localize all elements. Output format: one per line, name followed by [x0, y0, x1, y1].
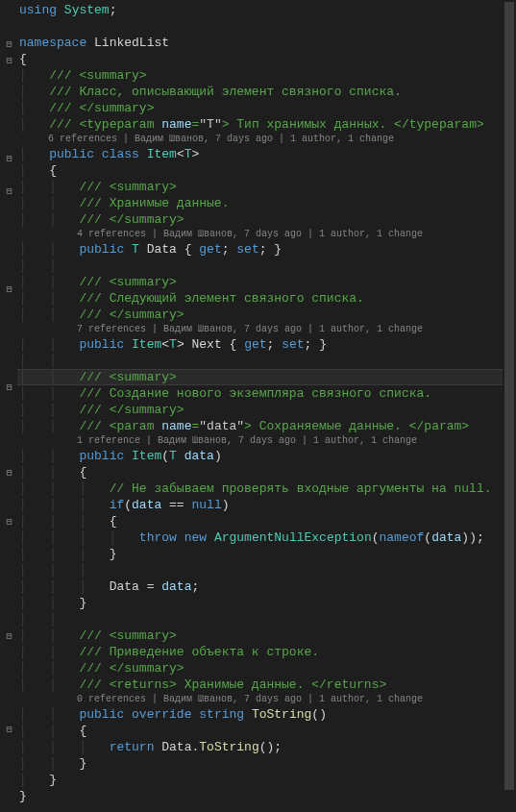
code-line[interactable]: │ │ │ // Не забываем проверять входные а…: [17, 480, 516, 497]
code-line[interactable]: │ │ │ {: [17, 513, 516, 529]
code-line[interactable]: │ │ {: [17, 464, 516, 480]
codelens[interactable]: 7 references | Вадим Шванов, 7 days ago …: [17, 323, 516, 336]
code-area[interactable]: using System; namespace LinkedList { │ /…: [17, 0, 516, 812]
code-line[interactable]: │ │ /// Хранимые данные.: [17, 195, 516, 211]
codelens[interactable]: 1 reference | Вадим Шванов, 7 days ago |…: [17, 434, 516, 448]
code-line[interactable]: │ │ /// </summary>: [17, 307, 516, 323]
code-line[interactable]: }: [17, 788, 516, 804]
code-line[interactable]: │ │: [17, 258, 516, 274]
fold-icon[interactable]: [4, 186, 14, 197]
code-line[interactable]: │ │ public override string ToString(): [17, 706, 516, 723]
fold-icon[interactable]: [4, 382, 14, 393]
fold-icon[interactable]: [4, 725, 14, 735]
code-line[interactable]: │ │ /// <summary>: [17, 627, 516, 644]
code-line[interactable]: │ │ public Item<T> Next { get; set; }: [17, 336, 516, 353]
code-line[interactable]: │ │ │ return Data.ToString();: [17, 739, 516, 755]
code-line[interactable]: │ │ /// </summary>: [17, 660, 516, 677]
gutter[interactable]: [0, 0, 17, 812]
fold-icon[interactable]: [4, 56, 14, 66]
fold-icon[interactable]: [4, 154, 14, 164]
code-line[interactable]: │ │ │ │ throw new ArgumentNullException(…: [17, 529, 516, 546]
fold-icon[interactable]: [4, 631, 14, 642]
code-line[interactable]: │ public class Item<T>: [17, 146, 516, 162]
code-line[interactable]: │ │ public Item(T data): [17, 448, 516, 464]
code-line[interactable]: │ │ /// <returns> Хранимые данные. </ret…: [17, 677, 516, 693]
code-line[interactable]: │ │ /// <summary>: [17, 369, 516, 385]
codelens[interactable]: 6 references | Вадим Шванов, 7 days ago …: [17, 133, 516, 146]
fold-icon[interactable]: [4, 39, 14, 50]
code-line[interactable]: │ │ /// <summary>: [17, 179, 516, 195]
code-line[interactable]: │ │ /// </summary>: [17, 211, 516, 228]
code-line[interactable]: │ /// Класс, описывающий элемент связног…: [17, 84, 516, 100]
code-line[interactable]: │ │ /// <param name="data"> Сохраняемые …: [17, 418, 516, 434]
code-line[interactable]: [17, 18, 516, 35]
code-line[interactable]: using System;: [17, 2, 516, 18]
code-line[interactable]: │ /// </summary>: [17, 100, 516, 116]
code-line[interactable]: │ │ public T Data { get; set; }: [17, 241, 516, 258]
code-line[interactable]: │ │ /// Создание нового экземпляра связн…: [17, 385, 516, 402]
code-line[interactable]: │ /// <typeparam name="T"> Тип хранимых …: [17, 116, 516, 133]
code-line[interactable]: │ │ {: [17, 723, 516, 739]
code-line[interactable]: {: [17, 51, 516, 67]
code-line[interactable]: │ │: [17, 611, 516, 627]
code-line[interactable]: │ │: [17, 353, 516, 369]
codelens[interactable]: 4 references | Вадим Шванов, 7 days ago …: [17, 228, 516, 241]
code-line[interactable]: │ /// <summary>: [17, 67, 516, 84]
fold-icon[interactable]: [4, 517, 14, 528]
code-line[interactable]: │ {: [17, 162, 516, 179]
codelens[interactable]: 0 references | Вадим Шванов, 7 days ago …: [17, 693, 516, 706]
code-line[interactable]: │ │ /// Следующий элемент связного списк…: [17, 290, 516, 307]
fold-icon[interactable]: [4, 468, 14, 479]
fold-icon[interactable]: [4, 284, 14, 295]
code-line[interactable]: │ │ }: [17, 595, 516, 611]
code-line[interactable]: │ │ │ }: [17, 546, 516, 562]
code-line[interactable]: │ │ │: [17, 562, 516, 578]
code-line[interactable]: │ │ │ Data = data;: [17, 578, 516, 595]
code-line[interactable]: │ │ /// <summary>: [17, 274, 516, 290]
code-line[interactable]: │ │ /// Приведение объекта к строке.: [17, 644, 516, 660]
code-line[interactable]: │ │ }: [17, 755, 516, 772]
code-line[interactable]: │ │ │ if(data == null): [17, 497, 516, 513]
code-line[interactable]: namespace LinkedList: [17, 35, 516, 51]
code-editor[interactable]: using System; namespace LinkedList { │ /…: [0, 0, 516, 812]
code-line[interactable]: │ │ /// </summary>: [17, 402, 516, 418]
code-line[interactable]: │ }: [17, 772, 516, 788]
